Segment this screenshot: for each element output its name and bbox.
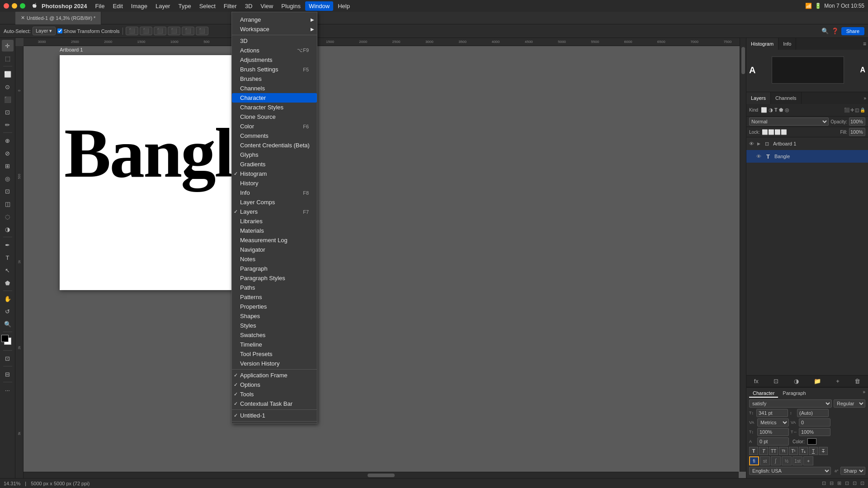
- add-style-btn[interactable]: fx: [754, 378, 759, 385]
- menu-info[interactable]: Info F8: [232, 188, 317, 197]
- kerning-select[interactable]: Metrics: [757, 418, 789, 427]
- menu-paragraph-styles[interactable]: Paragraph Styles: [232, 273, 317, 283]
- menu-actions[interactable]: Actions ⌥F9: [232, 46, 317, 55]
- layer-visibility-bangle[interactable]: 👁: [755, 153, 762, 160]
- tab-histogram[interactable]: Histogram: [746, 38, 778, 50]
- menu-materials[interactable]: Materials: [232, 226, 317, 235]
- delete-layer-btn[interactable]: 🗑: [854, 378, 860, 385]
- baseline-input[interactable]: [757, 437, 789, 446]
- lock-art-board-icon[interactable]: ◫: [855, 108, 859, 113]
- lock-pixel-icon[interactable]: ⬛: [844, 108, 849, 113]
- canvas-area[interactable]: Artboard 1 Bangle: [24, 46, 746, 478]
- document-tab[interactable]: ✕ Untitled-1 @ 14,3% (RGB/8#) *: [15, 12, 101, 24]
- menu-version-history[interactable]: Version History: [232, 359, 317, 368]
- rotate-view-tool[interactable]: ↺: [2, 305, 14, 317]
- screen-mode-tool[interactable]: ⊟: [2, 368, 14, 380]
- dodge-tool[interactable]: ◑: [2, 223, 14, 235]
- align-middle-btn[interactable]: ⬛: [182, 27, 194, 35]
- menu-measurement-log[interactable]: Measurement Log: [232, 235, 317, 245]
- tracking-input[interactable]: [799, 418, 830, 427]
- menu-layers[interactable]: ✓ Layers F7: [232, 207, 317, 216]
- help-btn[interactable]: ❓: [831, 28, 839, 34]
- status-icon-4[interactable]: ⊡: [845, 480, 849, 486]
- menu-layer[interactable]: Layer: [152, 1, 174, 11]
- more-tools-btn[interactable]: ···: [2, 384, 14, 396]
- healing-tool[interactable]: ⊕: [2, 135, 14, 146]
- language-select[interactable]: English: USA: [749, 467, 831, 475]
- close-button[interactable]: [4, 3, 9, 9]
- pen-tool[interactable]: ✒: [2, 239, 14, 251]
- menu-untitled-1[interactable]: ✓ Untitled-1: [232, 411, 317, 420]
- menu-brush-settings[interactable]: Brush Settings F5: [232, 65, 317, 74]
- fill-input[interactable]: [849, 128, 865, 136]
- hand-tool[interactable]: ✋: [2, 293, 14, 305]
- histogram-options-btn[interactable]: ≡: [861, 38, 868, 50]
- menu-image[interactable]: Image: [127, 1, 151, 11]
- lock-position-icon[interactable]: ✛: [850, 108, 854, 113]
- menu-swatches[interactable]: Swatches: [232, 330, 317, 340]
- menu-select[interactable]: Select: [196, 1, 219, 11]
- add-adjustment-btn[interactable]: ◑: [794, 378, 799, 385]
- transform-checkbox[interactable]: [57, 28, 62, 33]
- share-btn[interactable]: Share: [841, 27, 864, 35]
- menu-arrange[interactable]: Arrange ▶: [232, 15, 317, 24]
- status-icon-5[interactable]: ⊡: [853, 480, 857, 486]
- align-top-btn[interactable]: ⬛: [168, 27, 180, 35]
- scale-v-input[interactable]: [757, 428, 789, 436]
- add-mask-btn[interactable]: ⊡: [774, 378, 778, 385]
- blur-tool[interactable]: ◌: [2, 211, 14, 222]
- eraser-tool[interactable]: ⊡: [2, 185, 14, 197]
- fraction-btn[interactable]: ½: [782, 456, 792, 465]
- layer-visibility-artboard[interactable]: 👁: [748, 141, 755, 147]
- menu-options[interactable]: ✓ Options: [232, 380, 317, 389]
- search-btn[interactable]: 🔍: [821, 28, 829, 34]
- vertical-scrollbar[interactable]: [740, 38, 746, 472]
- menu-notes[interactable]: Notes: [232, 254, 317, 264]
- menu-application-frame[interactable]: ✓ Application Frame: [232, 371, 317, 380]
- aa-select[interactable]: Sharp: [840, 467, 865, 475]
- menu-content-credentials[interactable]: Content Credentials (Beta): [232, 141, 317, 150]
- tab-info[interactable]: Info: [778, 38, 796, 50]
- foreground-color-swatch[interactable]: [1, 335, 9, 342]
- menu-character-styles[interactable]: Character Styles: [232, 103, 317, 112]
- menu-adjustments[interactable]: Adjustments: [232, 55, 317, 65]
- menu-character[interactable]: Character: [232, 93, 317, 103]
- menu-patterns[interactable]: Patterns: [232, 292, 317, 302]
- menu-brushes[interactable]: Brushes: [232, 74, 317, 84]
- underline-btn[interactable]: T: [809, 447, 818, 455]
- subscript-btn[interactable]: T₁: [799, 447, 808, 455]
- stamp-tool[interactable]: ⊞: [2, 160, 14, 172]
- leading-input[interactable]: [797, 409, 829, 417]
- layer-select-dropdown[interactable]: Layer ▾: [33, 27, 56, 35]
- filter-pixel-icon[interactable]: ⬜: [761, 107, 767, 113]
- menu-help[interactable]: Help: [334, 1, 354, 11]
- lock-all-icon[interactable]: 🔒: [860, 108, 865, 113]
- color-swatches[interactable]: [1, 335, 14, 347]
- faux-bold-btn[interactable]: T: [749, 447, 758, 455]
- tab-layers[interactable]: Layers: [746, 92, 771, 104]
- menu-edit[interactable]: Edit: [109, 1, 126, 11]
- menu-3d[interactable]: 3D: [232, 36, 317, 46]
- status-icon-6[interactable]: ⊡: [860, 480, 864, 486]
- char-tab-character[interactable]: Character: [749, 389, 778, 398]
- menu-view[interactable]: View: [257, 1, 277, 11]
- small-caps-btn[interactable]: Tt: [779, 447, 788, 455]
- object-select-tool[interactable]: ⬛: [2, 94, 14, 105]
- status-icon-3[interactable]: ⊞: [837, 480, 841, 486]
- all-caps-btn[interactable]: TT: [769, 447, 778, 455]
- layer-expand-icon[interactable]: ▶: [757, 141, 760, 146]
- menu-histogram[interactable]: ✓ Histogram: [232, 169, 317, 178]
- menu-window[interactable]: Window: [305, 1, 333, 11]
- swash-btn[interactable]: ✦: [803, 456, 813, 465]
- old-style-btn[interactable]: st: [760, 456, 770, 465]
- color-swatch[interactable]: [807, 438, 816, 445]
- tab-channels[interactable]: Channels: [771, 92, 801, 104]
- menu-shapes[interactable]: Shapes: [232, 311, 317, 321]
- status-icon-2[interactable]: ⊟: [830, 480, 834, 486]
- align-center-btn[interactable]: ⬛: [140, 27, 152, 35]
- lock-checkboxes[interactable]: ⬜⬜⬜⬜: [762, 129, 787, 135]
- menu-clone-source[interactable]: Clone Source: [232, 112, 317, 122]
- menu-glyphs[interactable]: Glyphs: [232, 150, 317, 160]
- menu-plugins[interactable]: Plugins: [278, 1, 304, 11]
- font-size-input[interactable]: [756, 409, 788, 417]
